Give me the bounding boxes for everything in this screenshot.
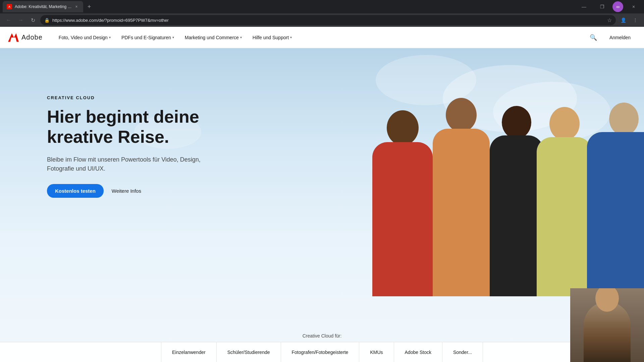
extension-button[interactable]: ∞ — [612, 1, 623, 12]
hero-title: Hier beginnt deine kreative Reise. — [47, 107, 221, 147]
person-e-body — [587, 132, 644, 296]
person-d-body — [537, 137, 592, 296]
person-a-head — [387, 110, 419, 145]
person-c-head — [502, 106, 531, 139]
cc-label: Creative Cloud für: — [303, 333, 342, 339]
hero-persons — [369, 58, 644, 300]
person-a — [372, 110, 433, 296]
nav-chevron-1: ▾ — [172, 36, 174, 39]
tab-kmus[interactable]: KMUs — [359, 342, 394, 362]
browser-chrome: A Adobe: Kreativität, Marketing u... × +… — [0, 0, 644, 27]
browser-tab[interactable]: A Adobe: Kreativität, Marketing u... × — [3, 1, 83, 12]
svg-marker-0 — [8, 33, 14, 42]
hero-eyebrow: CREATIVE CLOUD — [47, 95, 221, 100]
tab-favicon: A — [7, 4, 12, 9]
security-icon: 🔒 — [44, 18, 50, 23]
person-c-body — [490, 135, 543, 296]
window-controls: — ❐ ∞ × — [576, 1, 641, 12]
video-person-bg — [570, 288, 644, 362]
svg-marker-1 — [14, 33, 19, 42]
person-b — [433, 98, 490, 296]
video-overlay[interactable] — [570, 288, 644, 362]
hero-buttons: Kostenlos testen Weitere Infos — [47, 184, 221, 198]
adobe-logo[interactable]: Adobe — [8, 32, 43, 43]
browser-title-bar: A Adobe: Kreativität, Marketing u... × +… — [0, 0, 644, 13]
hero-content: CREATIVE CLOUD Hier beginnt deine kreati… — [47, 95, 221, 198]
person-d-head — [549, 107, 580, 140]
adobe-logo-icon — [8, 32, 19, 43]
menu-button[interactable]: ⋮ — [631, 15, 640, 25]
address-bar[interactable]: 🔒 https://www.adobe.com/de/?promoid=695P… — [40, 15, 616, 25]
person-d — [537, 107, 592, 296]
nav-right: 🔍 Anmelden — [588, 32, 636, 43]
nav-foto-video[interactable]: Foto, Video und Design ▾ — [53, 27, 116, 48]
adobe-nav: Adobe Foto, Video und Design ▾ PDFs und … — [0, 27, 644, 48]
signin-link[interactable]: Anmelden — [604, 32, 636, 43]
back-button[interactable]: ← — [4, 15, 13, 25]
maximize-button[interactable]: ❐ — [594, 1, 610, 12]
nav-marketing[interactable]: Marketing und Commerce ▾ — [179, 27, 247, 48]
tab-einzelanwender[interactable]: Einzelanwender — [161, 342, 217, 362]
tab-fotografen[interactable]: Fotografen/Fotobegeisterte — [281, 342, 360, 362]
person-e — [587, 103, 644, 296]
video-person-body — [584, 302, 631, 362]
browser-address-bar: ← → ↻ 🔒 https://www.adobe.com/de/?promoi… — [0, 13, 644, 27]
close-button[interactable]: × — [626, 1, 641, 12]
search-button[interactable]: 🔍 — [588, 32, 599, 43]
video-person-head — [595, 288, 619, 312]
profile-button[interactable]: 👤 — [619, 15, 628, 25]
nav-pdfs[interactable]: PDFs und E-Signaturen ▾ — [116, 27, 179, 48]
adobe-website: Adobe Foto, Video und Design ▾ PDFs und … — [0, 27, 644, 362]
tab-close-button[interactable]: × — [74, 4, 79, 9]
tab-adobe-stock[interactable]: Adobe Stock — [394, 342, 442, 362]
bookmark-icon[interactable]: ☆ — [607, 17, 612, 23]
minimize-button[interactable]: — — [576, 1, 592, 12]
hero-description: Bleibe im Flow mit unseren Powertools fü… — [47, 155, 221, 173]
url-display: https://www.adobe.com/de/?promoid=695P7P… — [52, 18, 604, 23]
forward-button[interactable]: → — [16, 15, 25, 25]
cta-secondary-button[interactable]: Weitere Infos — [112, 188, 141, 194]
nav-hilfe[interactable]: Hilfe und Support ▾ — [247, 27, 297, 48]
tab-sonder[interactable]: Sonder... — [442, 342, 483, 362]
person-b-head — [446, 98, 477, 132]
cta-primary-button[interactable]: Kostenlos testen — [47, 184, 104, 198]
nav-chevron-2: ▾ — [240, 36, 242, 39]
person-b-body — [433, 129, 490, 296]
tab-title: Adobe: Kreativität, Marketing u... — [15, 4, 72, 9]
refresh-button[interactable]: ↻ — [28, 15, 38, 25]
bottom-tabs: Einzelanwender Schüler/Studierende Fotog… — [0, 342, 644, 362]
nav-links: Foto, Video und Design ▾ PDFs und E-Sign… — [53, 27, 588, 48]
adobe-logo-text: Adobe — [21, 34, 43, 41]
new-tab-button[interactable]: + — [85, 2, 94, 11]
nav-chevron-3: ▾ — [290, 36, 292, 39]
nav-chevron-0: ▾ — [109, 36, 111, 39]
tab-schueler[interactable]: Schüler/Studierende — [217, 342, 281, 362]
person-a-body — [372, 142, 433, 296]
person-e-head — [609, 103, 639, 135]
hero-section: CREATIVE CLOUD Hier beginnt deine kreati… — [0, 48, 644, 362]
person-c — [490, 106, 543, 296]
